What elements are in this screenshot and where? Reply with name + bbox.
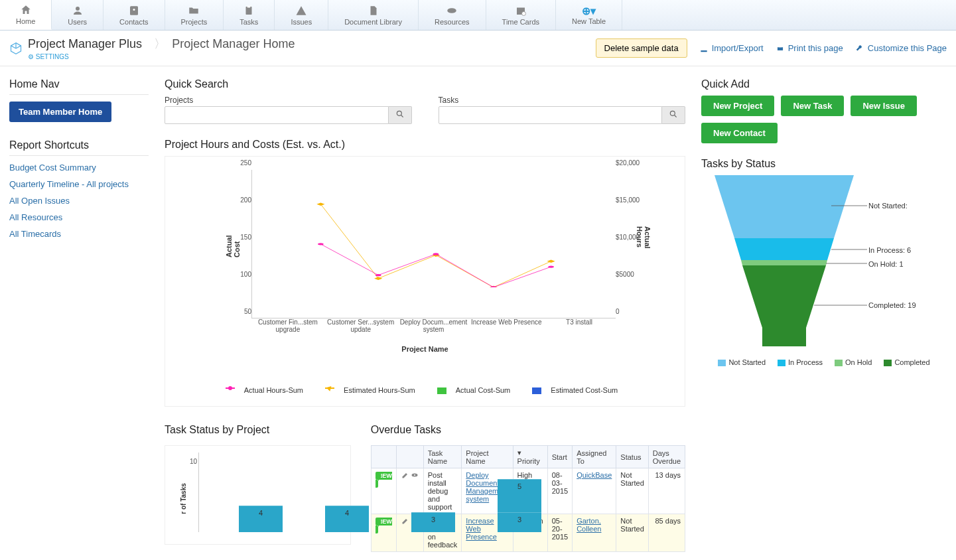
svg-rect-8 — [778, 47, 783, 50]
svg-point-5 — [448, 8, 457, 13]
tab-timecards[interactable]: Time Cards — [486, 0, 556, 30]
folder-icon — [188, 5, 200, 17]
col-header[interactable]: Project Name — [462, 446, 513, 468]
col-header[interactable]: Start — [547, 446, 572, 468]
shortcut-timecards[interactable]: All Timecards — [9, 229, 149, 239]
customize-link[interactable]: Customize this Page — [855, 43, 947, 53]
home-icon — [20, 4, 32, 16]
chart2-title: Tasks by Status — [701, 158, 947, 170]
delete-sample-data-button[interactable]: Delete sample data — [596, 38, 687, 58]
edit-icon[interactable] — [401, 517, 409, 525]
tab-new-table[interactable]: ⊕▾New Table — [556, 0, 622, 30]
app-name[interactable]: Project Manager Plus — [28, 37, 142, 50]
svg-point-0 — [76, 7, 80, 11]
chart1-title: Project Hours and Costs (Est. vs. Act.) — [165, 139, 685, 151]
chart1-legend: Actual Hours-Sum Estimated Hours-Sum Act… — [172, 386, 678, 394]
tab-tasks[interactable]: Tasks — [224, 0, 275, 30]
quick-search-title: Quick Search — [165, 78, 685, 90]
resources-icon — [446, 5, 458, 17]
settings-link[interactable]: ⚙ SETTINGS — [28, 53, 295, 60]
svg-line-13 — [675, 115, 677, 117]
overdue-title: Overdue Tasks — [371, 424, 685, 436]
top-nav: Home Users Contacts Projects Tasks Issue… — [0, 0, 956, 31]
svg-rect-9 — [778, 45, 782, 47]
projects-search-label: Projects — [165, 96, 412, 105]
edit-icon[interactable] — [401, 471, 409, 479]
svg-point-7 — [521, 11, 525, 15]
report-shortcuts-title: Report Shortcuts — [9, 139, 149, 156]
new-contact-button[interactable]: New Contact — [701, 123, 778, 143]
shortcut-budget[interactable]: Budget Cost Summary — [9, 163, 149, 173]
contacts-icon — [128, 5, 140, 17]
svg-rect-4 — [247, 5, 251, 7]
tab-documents[interactable]: Document Library — [328, 0, 419, 30]
warning-icon — [295, 5, 307, 17]
svg-marker-28 — [715, 175, 854, 238]
col-header[interactable]: Status — [616, 446, 648, 468]
tasks-search-input[interactable] — [439, 106, 663, 124]
svg-point-2 — [133, 9, 135, 11]
col-header[interactable]: Task Name — [423, 446, 462, 468]
page-title: Project Manager Home — [172, 37, 295, 50]
projects-search-button[interactable] — [389, 106, 412, 124]
search-icon — [669, 109, 678, 119]
assignee-link[interactable]: QuickBase — [577, 471, 612, 479]
col-header[interactable]: ▾ Priority — [513, 446, 547, 468]
tab-issues[interactable]: Issues — [275, 0, 328, 30]
tab-contacts[interactable]: Contacts — [103, 0, 165, 30]
chart3-title: Task Status by Project — [165, 424, 351, 436]
document-icon — [368, 5, 379, 17]
tab-home[interactable]: Home — [0, 0, 52, 30]
svg-marker-31 — [742, 265, 826, 346]
import-icon — [699, 44, 709, 53]
assignee-link[interactable]: Garton, Colleen — [577, 517, 601, 533]
svg-rect-3 — [246, 7, 252, 15]
new-badge: NEW — [376, 472, 392, 488]
shortcut-resources[interactable]: All Resources — [9, 212, 149, 222]
col-header[interactable] — [396, 446, 423, 468]
col-header[interactable]: Assigned To — [573, 446, 616, 468]
plus-icon: ⊕▾ — [582, 5, 596, 17]
chart-hours-costs: Actual Cost 50 100 150 200 250 Actual Ho… — [165, 156, 685, 407]
col-header[interactable] — [371, 446, 396, 468]
new-issue-button[interactable]: New Issue — [851, 96, 917, 116]
tasks-search-label: Tasks — [439, 96, 686, 105]
eye-icon[interactable] — [411, 471, 419, 479]
col-header[interactable]: Days Overdue — [648, 446, 685, 468]
funnel-legend: Not Started In Process On Hold Completed — [701, 358, 947, 366]
import-export-link[interactable]: Import/Export — [699, 43, 764, 53]
svg-point-12 — [670, 111, 675, 115]
tasks-search-button[interactable] — [662, 106, 685, 124]
quick-add-title: Quick Add — [701, 78, 947, 90]
wrench-icon — [855, 44, 864, 53]
chart-task-status-project: r of Tasks 10 44353 — [165, 445, 351, 545]
svg-point-10 — [397, 111, 401, 115]
search-icon — [395, 109, 405, 119]
tab-users[interactable]: Users — [52, 0, 103, 30]
shortcut-quarterly[interactable]: Quarterly Timeline - All projects — [9, 179, 149, 189]
timecard-icon — [515, 5, 527, 17]
user-icon — [72, 5, 84, 17]
tab-resources[interactable]: Resources — [419, 0, 486, 30]
shortcut-openissues[interactable]: All Open Issues — [9, 196, 149, 206]
print-link[interactable]: Print this page — [776, 43, 843, 53]
project-link[interactable]: Increase Web Presence — [466, 517, 496, 541]
new-badge: NEW — [376, 518, 392, 533]
new-task-button[interactable]: New Task — [781, 96, 844, 116]
team-member-home-button[interactable]: Team Member Home — [9, 102, 111, 122]
new-project-button[interactable]: New Project — [701, 96, 774, 116]
svg-marker-29 — [734, 238, 834, 260]
chart-tasks-by-status: Not Started: In Process: 6 On Hold: 1 Co… — [701, 175, 947, 366]
cube-icon — [9, 42, 23, 55]
breadcrumb-bar: Project Manager Plus 〉 Project Manager H… — [0, 31, 956, 66]
svg-line-11 — [401, 115, 403, 117]
tab-projects[interactable]: Projects — [165, 0, 224, 30]
svg-point-25 — [414, 474, 415, 476]
clipboard-icon — [243, 5, 255, 17]
home-nav-title: Home Nav — [9, 78, 149, 95]
svg-marker-30 — [741, 260, 827, 265]
printer-icon — [776, 44, 785, 53]
chart1-plot — [251, 170, 616, 318]
projects-search-input[interactable] — [165, 106, 389, 124]
